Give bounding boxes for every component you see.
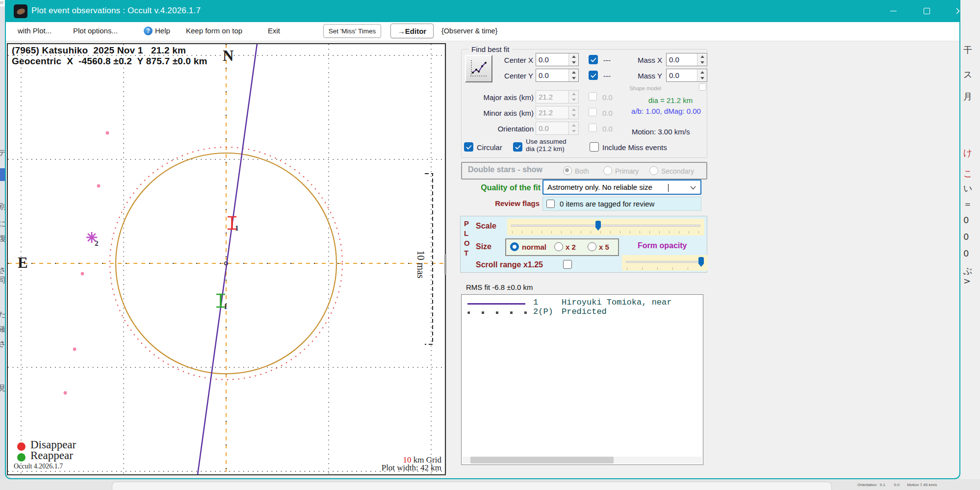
minimize-icon	[890, 11, 897, 11]
reappear-marker-label: 1	[224, 303, 228, 311]
scale-slider[interactable]	[507, 219, 704, 235]
window-title: Plot event observations : Occult v.4.202…	[31, 6, 201, 16]
circular-checkbox[interactable]	[464, 142, 473, 152]
title-bar[interactable]: Plot event observations : Occult v.4.202…	[6, 0, 959, 22]
include-miss-checkbox[interactable]	[590, 142, 599, 152]
size-label: Size	[476, 242, 491, 251]
spin-up-icon[interactable]	[697, 69, 707, 76]
menu-keep-on-top[interactable]: Keep form on top	[186, 26, 242, 35]
mass-x-value[interactable]: 0.0	[667, 53, 697, 66]
observer-time-label: {Observer & time}	[441, 27, 497, 35]
list-horizontal-scrollbar[interactable]	[463, 457, 702, 464]
orientation-value: 0.0	[536, 122, 568, 134]
double-stars-both-radio[interactable]	[563, 166, 572, 175]
double-stars-primary-radio[interactable]	[603, 166, 612, 175]
orientation-checkbox[interactable]	[589, 124, 597, 132]
spin-down-icon[interactable]	[697, 76, 707, 82]
review-flags-checkbox[interactable]	[546, 200, 555, 208]
observer-list[interactable]: 1 Hiroyuki Tomioka, near 2(P) Predicted	[461, 294, 703, 465]
background-window-bottom	[112, 482, 832, 490]
slider-thumb[interactable]	[595, 221, 601, 231]
predicted-star-label: 2	[95, 239, 99, 248]
size-x2-label: x 2	[566, 243, 576, 251]
help-icon[interactable]: ?	[144, 26, 153, 35]
center-y-value[interactable]: 0.0	[536, 69, 568, 81]
center-y-spinner[interactable]	[568, 69, 578, 81]
spin-up-icon[interactable]	[569, 69, 578, 76]
bg-right-char: 月	[963, 91, 972, 103]
close-button[interactable]	[951, 4, 960, 18]
size-x5-radio[interactable]	[588, 242, 596, 251]
major-axis-spinner	[568, 91, 578, 103]
center-x-value[interactable]: 0.0	[536, 53, 568, 66]
review-flags-text: 0 items are tagged for review	[560, 200, 654, 208]
plot-area[interactable]: (7965) Katsuhiko 2025 Nov 1 21.2 km Geoc…	[7, 43, 446, 475]
plot-width-note: Plot width: 42 km	[341, 463, 441, 473]
mas-scale-label: 10 mas	[415, 244, 426, 285]
use-assumed-line1: Use assumed	[526, 138, 567, 145]
minimize-button[interactable]	[885, 4, 902, 18]
mass-y-input[interactable]: 0.0	[666, 69, 707, 82]
app-icon	[14, 4, 27, 18]
disappear-marker-label: 1	[235, 224, 239, 232]
dia-label: dia = 21.2 km	[634, 96, 707, 104]
center-x-spinner[interactable]	[568, 53, 578, 66]
mass-x-input[interactable]: 0.0	[666, 53, 707, 66]
slider-track[interactable]	[511, 225, 700, 227]
double-stars-both-label: Both	[575, 167, 589, 175]
quality-combobox[interactable]: Astrometry only. No reliable size	[542, 180, 701, 195]
check-icon	[591, 57, 596, 62]
editor-button[interactable]: →Editor	[390, 24, 434, 38]
slider-ticks	[512, 231, 699, 233]
north-label: N	[223, 47, 233, 65]
spin-down-icon[interactable]	[697, 60, 707, 66]
mass-y-spinner[interactable]	[697, 69, 707, 81]
center-y-checkbox[interactable]	[589, 71, 598, 80]
splitter-handle[interactable]	[444, 254, 446, 275]
maximize-button[interactable]	[918, 4, 935, 18]
scrollbar-thumb[interactable]	[470, 457, 614, 464]
mass-x-spinner[interactable]	[697, 53, 707, 66]
chevron-down-icon[interactable]	[690, 186, 696, 190]
plot-letter-l: L	[464, 229, 468, 237]
double-stars-secondary-label: Secondary	[661, 167, 694, 175]
center-x-input[interactable]: 0.0	[536, 53, 579, 66]
bg-right-char: け	[963, 147, 972, 159]
occult-plot-window: Plot event observations : Occult v.4.202…	[5, 0, 960, 479]
spin-up-icon[interactable]	[569, 53, 578, 60]
set-miss-times-button[interactable]: Set 'Miss' Times	[323, 24, 381, 38]
observer-chord-line	[198, 44, 257, 474]
form-opacity-slider[interactable]	[622, 255, 707, 271]
use-assumed-line2: dia (21.2 km)	[526, 145, 565, 153]
plot-canvas[interactable]	[8, 44, 445, 474]
mass-y-value[interactable]: 0.0	[667, 69, 697, 81]
quality-label: Quality of the fit	[460, 183, 541, 192]
minor-axis-checkbox[interactable]	[589, 108, 597, 116]
center-x-checkbox[interactable]	[589, 55, 598, 64]
minor-axis-label: Minor axis (km)	[461, 109, 534, 117]
shape-model-checkbox[interactable]	[699, 83, 706, 91]
motion-label: Motion: 3.00 km/s	[632, 128, 690, 136]
spin-down-icon[interactable]	[569, 76, 578, 82]
size-normal-radio[interactable]	[510, 242, 519, 251]
menu-plot-options[interactable]: Plot options...	[73, 26, 118, 35]
plot-letter-o: O	[464, 239, 470, 247]
slider-thumb[interactable]	[698, 257, 704, 267]
use-assumed-checkbox[interactable]	[513, 142, 522, 152]
scroll-range-checkbox[interactable]	[563, 260, 572, 269]
double-stars-primary-label: Primary	[615, 167, 639, 175]
menu-help[interactable]: Help	[155, 26, 170, 35]
double-stars-secondary-radio[interactable]	[649, 166, 658, 175]
spin-up-icon[interactable]	[697, 53, 707, 60]
orientation-spinner	[568, 122, 578, 134]
size-x2-radio[interactable]	[554, 242, 563, 251]
center-y-input[interactable]: 0.0	[536, 69, 579, 82]
plot-title-line1: (7965) Katsuhiko 2025 Nov 1 21.2 km	[12, 45, 186, 56]
menu-exit[interactable]: Exit	[268, 26, 280, 35]
background-window-fragment-text: Orientation 0.1 0.0 Motion 7.45 km/s	[857, 483, 937, 487]
menu-with-plot[interactable]: with Plot...	[18, 26, 52, 35]
slider-track[interactable]	[626, 261, 703, 263]
bg-right-char: こ	[963, 168, 972, 180]
major-axis-checkbox[interactable]	[589, 92, 597, 101]
spin-down-icon[interactable]	[569, 60, 578, 66]
